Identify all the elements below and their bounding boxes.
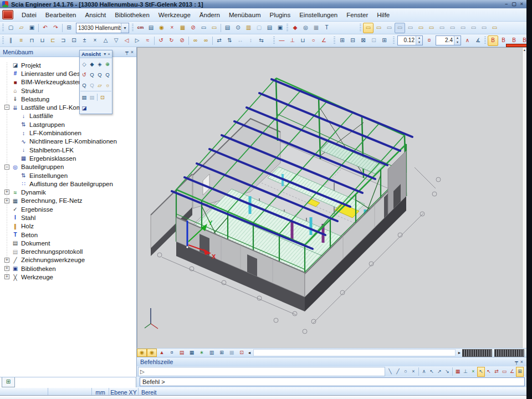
tree-item-bim[interactable]: ■BIM-Werkzeugkasten: [0, 78, 136, 86]
member-icon[interactable]: ⊐: [58, 35, 69, 46]
pin-icon[interactable]: ┯: [125, 49, 128, 55]
member-icon[interactable]: ▷: [132, 35, 142, 46]
toolbar-grip[interactable]: [2, 24, 4, 32]
new-icon[interactable]: ▢: [6, 23, 16, 33]
tree-item-berechnungsprotokoll[interactable]: ▤Berechnungsprotokoll: [0, 248, 136, 256]
quick-view2-icon[interactable]: ◉: [147, 349, 157, 357]
snap-arc-icon[interactable]: ↖: [428, 367, 436, 377]
close-icon[interactable]: ×: [131, 49, 134, 55]
member-icon[interactable]: ▽: [111, 35, 121, 46]
3d-viewport[interactable]: Y X ▲: [137, 47, 526, 348]
spin-down-icon[interactable]: ▾: [416, 40, 422, 45]
tree-item-bauteilgruppen[interactable]: −◎Bauteilgruppen: [0, 163, 136, 171]
tree-item-nichtlineare[interactable]: ∿Nichtlineare LF-Kombinationen: [0, 137, 136, 146]
clipboard-view-icon[interactable]: ⊡: [99, 92, 106, 103]
member-icon[interactable]: ⊓: [27, 35, 37, 46]
ansicht-palette-header[interactable]: Ansicht ▾ ×: [80, 50, 112, 58]
print-view-icon[interactable]: ▤: [80, 92, 88, 103]
snap-line-icon[interactable]: ╲: [386, 367, 394, 377]
menu-aendern[interactable]: Ändern: [195, 10, 224, 20]
tree-item-einstellungen[interactable]: ⇅Einstellungen: [0, 171, 136, 180]
tree-item-auflistung[interactable]: ∷Auflistung der Bauteilgruppen: [0, 180, 136, 188]
snap-plane-icon[interactable]: ▭: [500, 367, 508, 377]
calc-search-icon[interactable]: ◎: [300, 23, 311, 33]
angle-icon[interactable]: ∠: [319, 35, 329, 46]
quick-view-icon[interactable]: ◉: [137, 349, 147, 357]
snap-node-icon[interactable]: ↘: [443, 367, 451, 377]
select-cursor-icon[interactable]: ↻: [166, 35, 177, 46]
model-canvas[interactable]: Y X: [137, 48, 526, 348]
dock-tab-button[interactable]: ⊞: [2, 377, 15, 387]
close-icon[interactable]: ×: [520, 359, 523, 365]
view-window-icon[interactable]: ▭: [489, 23, 500, 33]
snap-settings-icon[interactable]: ⊞: [516, 367, 524, 377]
disable-globe-icon[interactable]: ⊘: [188, 23, 198, 33]
dim-anchor-icon[interactable]: ¤: [424, 35, 434, 46]
command-input[interactable]: Befehl >: [140, 377, 525, 386]
member-icon[interactable]: ±: [79, 35, 90, 46]
menu-bearbeiten[interactable]: Bearbeiten: [41, 10, 81, 20]
perpendicular-icon[interactable]: ⊥: [287, 35, 298, 46]
window-paste-icon[interactable]: ⊟: [347, 35, 358, 46]
snap-ortho-icon[interactable]: ⊥: [462, 367, 469, 377]
line-icon[interactable]: —: [277, 35, 287, 46]
snap-midpoint-icon[interactable]: ∧: [420, 367, 428, 377]
member-icon[interactable]: △: [100, 35, 111, 46]
tree-item-bibliotheken[interactable]: +▣Bibliotheken: [0, 264, 136, 273]
move-icon[interactable]: ⇄: [214, 35, 224, 46]
zoom-out-icon[interactable]: Q: [96, 69, 104, 80]
toolbar-grip[interactable]: [360, 24, 361, 32]
tree-item-belastung[interactable]: ⇓Belastung: [0, 95, 136, 103]
snap-grid-icon[interactable]: ▦: [454, 367, 462, 377]
deselect-icon[interactable]: ⊘: [177, 35, 187, 46]
view-window-icon[interactable]: ▭: [363, 23, 374, 33]
tree-item-stahl[interactable]: IStahl: [0, 213, 136, 222]
print-preview-icon[interactable]: ⊙: [233, 23, 243, 33]
expand-icon[interactable]: +: [4, 274, 9, 279]
menu-plugins[interactable]: Plugins: [265, 10, 295, 20]
toolbar-grip[interactable]: [132, 24, 134, 32]
open-icon[interactable]: ▱: [16, 23, 27, 33]
window-merge-icon[interactable]: ⊞: [379, 35, 390, 46]
snap-endpoint-icon[interactable]: ╱: [394, 367, 402, 377]
member-icon[interactable]: ×: [90, 35, 100, 46]
spin-up-icon[interactable]: ▴: [416, 36, 422, 40]
print-color-icon[interactable]: ▤: [264, 23, 275, 33]
snap-tangent-icon[interactable]: ↗: [436, 367, 443, 377]
tree-item-stahlbeton-lfk[interactable]: ↓Stahlbeton-LFK: [0, 146, 136, 154]
menu-datei[interactable]: Datei: [17, 10, 41, 20]
chevron-down-icon[interactable]: ▾: [104, 52, 106, 57]
expand-icon[interactable]: +: [4, 198, 9, 203]
tree-item-struktur[interactable]: ⌂Struktur: [0, 86, 136, 95]
axo-view-icon[interactable]: ▲: [157, 349, 167, 357]
units-icon[interactable]: cm: [135, 23, 146, 33]
axes-icon[interactable]: ×: [167, 23, 177, 33]
print-icon[interactable]: ▤: [222, 23, 233, 33]
tree-item-dynamik[interactable]: +≈Dynamik: [0, 188, 136, 196]
close-icon[interactable]: ×: [108, 52, 110, 57]
select-lasso-icon[interactable]: ↺: [156, 35, 166, 46]
snap-intersection-icon[interactable]: ×: [410, 367, 417, 377]
address-book-icon[interactable]: ▥: [243, 23, 254, 33]
tree-item-berechnung[interactable]: +▦Berechnung, FE-Netz: [0, 197, 136, 205]
view-z-icon[interactable]: ◈: [96, 59, 104, 69]
measure-angle-icon[interactable]: ∡: [473, 35, 483, 46]
tree-item-dokument[interactable]: ▤Dokument: [0, 239, 136, 247]
render-mode-icon[interactable]: ▦: [187, 349, 197, 357]
window-cut-icon[interactable]: ⊠: [358, 35, 369, 46]
toolbar-grip[interactable]: [334, 37, 335, 44]
view-window-icon[interactable]: ▭: [437, 23, 447, 33]
menu-einstellungen[interactable]: Einstellungen: [295, 10, 342, 20]
close-button[interactable]: ×: [520, 1, 523, 7]
snap-track-icon[interactable]: ⇄: [493, 367, 500, 377]
toolbar-grip[interactable]: [273, 37, 275, 44]
window-copy-icon[interactable]: ⊞: [337, 35, 347, 46]
save-icon[interactable]: ▣: [27, 23, 37, 33]
layer-view-icon[interactable]: ▥: [207, 349, 217, 357]
member-icon[interactable]: ◁: [121, 35, 132, 46]
viewport-hscroll[interactable]: [253, 349, 456, 356]
menu-ansicht[interactable]: Ansicht: [80, 10, 110, 20]
mesh-icon[interactable]: ▦: [311, 23, 321, 33]
collapse-icon[interactable]: −: [4, 105, 9, 110]
clip-icon[interactable]: ∧: [462, 35, 473, 46]
